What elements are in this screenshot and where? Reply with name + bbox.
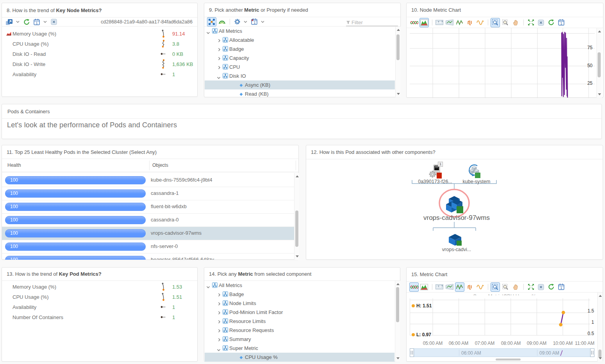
linechart-icon[interactable] xyxy=(435,18,444,27)
zoomdotted-icon[interactable] xyxy=(501,282,510,292)
pod-metric-chart[interactable] xyxy=(410,298,590,336)
expand-icon[interactable] xyxy=(526,282,535,292)
tree-item-capacity[interactable]: Capacity xyxy=(205,54,395,62)
refresh-icon[interactable] xyxy=(546,282,556,292)
tree-item-badge[interactable]: Badge xyxy=(205,45,395,54)
zoombox-icon[interactable] xyxy=(491,282,500,292)
tree-item-cpu-usage-[interactable]: CPU Usage % xyxy=(205,353,394,362)
tree-item-super-metric[interactable]: Super Metric xyxy=(205,344,394,353)
metric-row[interactable]: CPU Usage (%)1.51 xyxy=(2,292,197,302)
node-container[interactable] xyxy=(448,234,462,246)
tree-collapse-icon[interactable] xyxy=(218,319,221,325)
closebox-icon[interactable] xyxy=(49,17,59,27)
panel11-scrollbar[interactable] xyxy=(294,173,299,260)
area-icon[interactable] xyxy=(419,282,429,292)
filter-input[interactable]: Filter xyxy=(346,19,398,26)
node-selected-pod-label[interactable]: vrops-cadvisor-97wms xyxy=(423,214,490,222)
node-pod-template-label[interactable]: 0a390173-f26... xyxy=(418,179,452,184)
hierarchy-icon[interactable] xyxy=(207,17,216,27)
pod-row-cassandra-0[interactable]: 100cassandra-0 xyxy=(2,214,294,227)
pod-row-kube-dns-7559c96fc4-j9bt4[interactable]: 100kube-dns-7559c96fc4-j9bt4 xyxy=(2,174,294,187)
column-header-health[interactable]: Health xyxy=(7,162,21,168)
node-container-label[interactable]: vrops-cadvi... xyxy=(442,247,471,252)
tree-expand-icon[interactable] xyxy=(206,30,210,36)
tree-item-pod-minion-limit-factor[interactable]: Pod-Minion Limit Factor xyxy=(205,308,394,317)
tree-item-read-kb-[interactable]: Read (KB) xyxy=(205,89,395,97)
sine-icon[interactable] xyxy=(475,18,485,27)
metric-row[interactable]: Memory Usage (%)91.14 xyxy=(2,29,197,39)
sine-icon[interactable] xyxy=(475,282,485,292)
chevron-down-icon[interactable] xyxy=(260,21,265,23)
metric-row[interactable]: Number Of Containers1 xyxy=(2,312,197,322)
metric-row[interactable]: Availability1 xyxy=(2,302,197,312)
tree-item-resource-requests[interactable]: Resource Requests xyxy=(205,326,394,335)
calendar-icon[interactable]: 1 xyxy=(32,17,41,27)
refresh-icon[interactable] xyxy=(22,17,31,27)
bars-icon[interactable] xyxy=(465,282,475,292)
calendar-icon[interactable]: 1 xyxy=(557,282,566,292)
tree-item-resource-limits[interactable]: Resource Limits xyxy=(205,317,394,326)
tree-item-async-kb-[interactable]: Async (KB) xyxy=(205,80,395,89)
calendar-icon[interactable]: 1 xyxy=(557,18,566,27)
zoomdotted-icon[interactable] xyxy=(501,18,510,27)
node-namespace-label[interactable]: kube-system xyxy=(463,179,491,184)
tree-collapse-icon[interactable] xyxy=(218,301,221,307)
closebox-icon[interactable] xyxy=(536,282,546,292)
tree-collapse-icon[interactable] xyxy=(218,337,221,343)
panel9-scrollbar[interactable] xyxy=(395,27,401,97)
metric-row[interactable]: CPU Usage (%)3.8 xyxy=(2,39,197,49)
chevron-down-icon[interactable] xyxy=(15,21,20,23)
tree-item-allocatable[interactable]: Allocatable xyxy=(205,36,395,45)
chevron-down-icon[interactable] xyxy=(243,21,248,23)
closebox-icon[interactable] xyxy=(536,18,546,27)
horizontal-scrollbar[interactable] xyxy=(496,359,521,360)
tree-collapse-icon[interactable] xyxy=(218,56,221,62)
tree-collapse-icon[interactable] xyxy=(218,328,221,334)
node-selected-pod[interactable] xyxy=(445,194,463,214)
bars-icon[interactable] xyxy=(465,18,475,27)
panel15-scrollbar[interactable] xyxy=(597,293,603,362)
calendar-red-icon[interactable]: 1 xyxy=(250,17,259,27)
pod-row-nfs-server-0[interactable]: 100nfs-server-0 xyxy=(2,240,294,253)
tree-collapse-icon[interactable] xyxy=(218,38,221,44)
linechart-icon[interactable] xyxy=(435,282,444,292)
pod-row-cassandra-1[interactable]: 100cassandra-1 xyxy=(2,187,294,200)
hand-icon[interactable] xyxy=(511,18,520,27)
node-namespace[interactable] xyxy=(467,164,480,178)
nav-icon[interactable] xyxy=(5,17,14,27)
range-handle-right[interactable] xyxy=(590,348,594,357)
chevron-down-icon[interactable] xyxy=(42,21,48,23)
tree-item-all-metrics[interactable]: All Metrics xyxy=(205,27,395,36)
tree-item-summary[interactable]: Summary xyxy=(205,335,394,344)
panel14-scrollbar[interactable] xyxy=(395,281,400,362)
pod-row-fluent-bit-w6dxb[interactable]: 100fluent-bit-w6dxb xyxy=(2,200,294,214)
metric-row[interactable]: Disk IO - Read0 KB xyxy=(2,49,197,59)
tree-expand-icon[interactable] xyxy=(217,347,221,353)
tree-collapse-icon[interactable] xyxy=(218,47,221,53)
tree-item-badge[interactable]: Badge xyxy=(205,290,394,299)
pod-row-heapster-85647cf566-648zv[interactable]: 100heapster-85647cf566-648zv xyxy=(2,253,294,260)
gear-icon[interactable] xyxy=(232,17,242,27)
linechart2-icon[interactable] xyxy=(445,18,454,27)
tree-collapse-icon[interactable] xyxy=(218,65,221,71)
metric-row[interactable]: Disk IO - Write1,636 KB xyxy=(2,59,197,69)
refresh-icon[interactable] xyxy=(546,18,556,27)
avline-icon[interactable] xyxy=(455,18,464,27)
time-range-selector[interactable]: 06:00 AM 09:00 AM xyxy=(410,348,594,357)
node-metric-chart[interactable] xyxy=(410,28,595,98)
tree-collapse-icon[interactable] xyxy=(218,292,221,298)
hand-icon[interactable] xyxy=(511,282,520,292)
area-icon[interactable] xyxy=(419,18,429,27)
metric-row[interactable]: Memory Usage (%)1.53 xyxy=(2,282,197,292)
tree-collapse-icon[interactable] xyxy=(218,310,221,316)
zoombox-icon[interactable] xyxy=(491,18,500,27)
linechart2-icon[interactable] xyxy=(445,282,454,292)
arc-icon[interactable] xyxy=(217,17,227,27)
tree-expand-icon[interactable] xyxy=(217,75,221,80)
tree-item-node-limits[interactable]: Node Limits xyxy=(205,299,394,308)
tree-item-disk-io[interactable]: Disk IO xyxy=(205,71,395,80)
expand-icon[interactable] xyxy=(526,18,535,27)
column-header-objects[interactable]: Objects xyxy=(152,162,168,168)
wave-icon[interactable] xyxy=(409,282,419,292)
tree-item-all-metrics[interactable]: All Metrics xyxy=(205,281,394,290)
